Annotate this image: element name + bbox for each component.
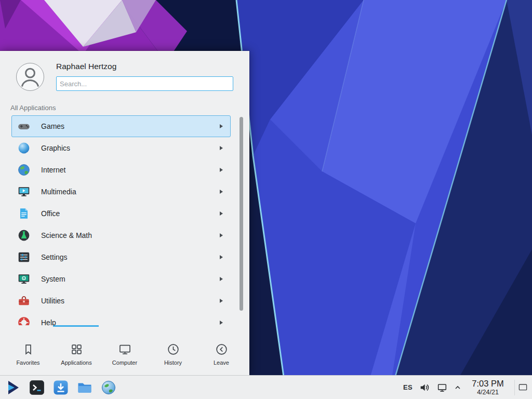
science-flask-icon [17,229,31,242]
category-settings[interactable]: Settings [11,246,231,268]
user-name: Raphael Hertzog [56,62,116,71]
expand-tray-arrow-icon[interactable] [454,384,461,391]
section-label: All Applications [10,104,56,112]
volume-icon[interactable] [419,382,430,393]
favorites-bookmark-icon [21,342,35,356]
category-office[interactable]: Office [11,203,231,224]
tab-label: Favorites [5,360,51,366]
tab-leave[interactable]: Leave [198,327,245,373]
category-label: System [41,275,220,283]
games-gamepad-icon [17,119,31,133]
computer-monitor-icon [118,342,132,356]
category-label: Science & Math [41,231,220,240]
category-games[interactable]: Games [11,115,231,137]
clock-date: 4/24/21 [468,389,508,396]
category-graphics[interactable]: Graphics [11,137,231,159]
clock-widget[interactable]: 7:03 PM 4/24/21 [468,379,508,396]
tab-computer[interactable]: Computer [101,327,148,373]
category-help[interactable]: Help [11,312,231,325]
submenu-arrow-icon [220,211,223,216]
file-manager-folder-icon [76,379,93,396]
settings-sliders-icon [17,250,31,264]
taskbar-left [0,379,117,396]
launcher-header: Raphael Hertzog [0,51,249,101]
show-desktop-button[interactable] [514,380,528,395]
submenu-arrow-icon [220,190,223,194]
keyboard-layout-indicator[interactable]: ES [403,383,413,391]
search-input[interactable] [56,76,233,91]
category-label: Office [41,209,220,218]
show-desktop-icon [518,382,528,392]
internet-globe-icon [17,163,31,177]
launcher-tab-bar: Favorites Applications Computer History [0,327,249,375]
category-list: Games Graphics Internet [0,115,249,325]
kde-app-launcher-icon [5,379,21,396]
file-manager-button[interactable] [76,379,93,396]
help-lifebuoy-icon [17,316,31,325]
submenu-arrow-icon [220,299,223,303]
tab-label: Applications [53,360,100,366]
terminal-app-button[interactable] [28,379,45,396]
user-avatar[interactable] [16,63,44,91]
system-tray: ES 7:03 PM 4/24/21 [403,379,532,396]
submenu-arrow-icon [220,146,223,150]
submenu-arrow-icon [220,321,223,325]
category-internet[interactable]: Internet [11,159,231,181]
category-label: Settings [41,253,220,261]
user-icon [17,63,44,90]
category-science[interactable]: Science & Math [11,224,231,246]
network-icon[interactable] [436,382,448,393]
clock-time: 7:03 PM [468,379,508,389]
submenu-arrow-icon [220,277,223,281]
history-clock-icon [166,342,180,356]
tab-label: Computer [101,360,148,366]
web-browser-button[interactable] [100,379,117,396]
desktop: Raphael Hertzog All Applications Games G… [0,0,532,399]
utilities-toolbox-icon [17,294,31,308]
leave-logout-icon [215,342,229,356]
category-label: Graphics [41,144,220,152]
discover-app-button[interactable] [52,379,69,396]
category-multimedia[interactable]: Multimedia [11,181,231,203]
application-launcher-menu: Raphael Hertzog All Applications Games G… [0,51,249,375]
category-label: Help [41,318,220,325]
multimedia-player-icon [17,185,31,198]
tab-label: Leave [198,360,245,366]
taskbar: ES 7:03 PM 4/24/21 [0,375,532,399]
web-browser-globe-icon [100,379,117,396]
terminal-icon [29,379,45,396]
category-utilities[interactable]: Utilities [11,290,231,312]
office-document-icon [17,207,31,220]
category-label: Multimedia [41,188,220,196]
applications-grid-icon [70,342,84,356]
category-label: Internet [41,166,220,174]
submenu-arrow-icon [220,255,223,259]
discover-installer-icon [52,379,69,396]
submenu-arrow-icon [220,233,223,237]
tab-favorites[interactable]: Favorites [5,327,51,373]
tab-applications[interactable]: Applications [53,327,100,373]
tab-history[interactable]: History [150,327,196,373]
graphics-sphere-icon [17,141,31,155]
tab-label: History [150,360,196,366]
submenu-arrow-icon [220,124,223,128]
app-launcher-button[interactable] [4,379,21,396]
category-label: Utilities [41,297,220,305]
category-label: Games [41,122,220,130]
category-system[interactable]: System [11,268,231,290]
scrollbar[interactable] [240,117,243,311]
system-monitor-icon [17,272,31,286]
submenu-arrow-icon [220,168,223,172]
